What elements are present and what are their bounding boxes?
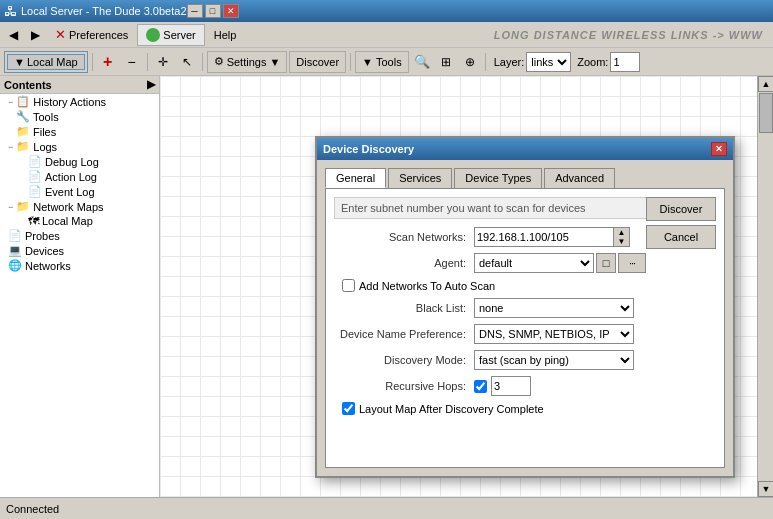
settings-button[interactable]: ⚙ Settings ▼ <box>207 51 288 73</box>
forward-button[interactable]: ▶ <box>24 24 46 46</box>
crosshair-button[interactable]: ✛ <box>152 51 174 73</box>
add-networks-label: Add Networks To Auto Scan <box>359 280 495 292</box>
recursive-hops-checkbox[interactable] <box>474 380 487 393</box>
networks-icon: 🌐 <box>8 259 22 272</box>
files-label: Files <box>33 126 56 138</box>
tab-advanced-label: Advanced <box>555 172 604 184</box>
help-menu[interactable]: Help <box>205 24 246 46</box>
recursive-hops-row: Recursive Hops: <box>334 376 716 396</box>
sidebar-item-tools[interactable]: 🔧 Tools <box>0 109 159 124</box>
contents-label: Contents <box>4 79 52 91</box>
sidebar-item-event-log[interactable]: 📄 Event Log <box>0 184 159 199</box>
agent-select[interactable]: default <box>474 253 594 273</box>
tab-general[interactable]: General <box>325 168 386 188</box>
search-button[interactable]: 🔍 <box>411 51 433 73</box>
agent-controls: default □ ··· <box>474 253 646 273</box>
tools-button[interactable]: ▼ Tools <box>355 51 409 73</box>
zoom-input[interactable] <box>610 52 640 72</box>
black-list-select[interactable]: none <box>474 298 634 318</box>
debug-log-label: Debug Log <box>45 156 99 168</box>
target-button[interactable]: ⊕ <box>459 51 481 73</box>
canvas-area: ▲ ▼ Device Discovery ✕ General <box>160 76 773 497</box>
preferences-menu[interactable]: ✕ Preferences <box>46 24 137 46</box>
main-area: Contents ▶ − 📋 History Actions 🔧 Tools 📁… <box>0 76 773 497</box>
sidebar-item-debug-log[interactable]: 📄 Debug Log <box>0 154 159 169</box>
back-button[interactable]: ◀ <box>2 24 24 46</box>
sidebar-header: Contents ▶ <box>0 76 159 94</box>
local-map-tab[interactable]: ▼ Local Map <box>7 54 85 70</box>
agent-clear-button[interactable]: □ <box>596 253 616 273</box>
preferences-label: Preferences <box>69 29 128 41</box>
layer-label: Layer: <box>494 56 525 68</box>
tools-tree-icon: 🔧 <box>16 110 30 123</box>
minimize-button[interactable]: ─ <box>187 4 203 18</box>
close-button[interactable]: ✕ <box>223 4 239 18</box>
sidebar-item-networks[interactable]: 🌐 Networks <box>0 258 159 273</box>
history-actions-label: History Actions <box>33 96 106 108</box>
sidebar-item-probes[interactable]: 📄 Probes <box>0 228 159 243</box>
cancel-btn-label: Cancel <box>664 231 698 243</box>
discover-button[interactable]: Discover <box>289 51 346 73</box>
tools-label: Tools <box>376 56 402 68</box>
network-maps-collapse-icon: − <box>8 202 13 212</box>
sidebar-item-local-map[interactable]: 🗺 Local Map <box>0 214 159 228</box>
sidebar-item-network-maps[interactable]: − 📁 Network Maps <box>0 199 159 214</box>
preferences-icon: ✕ <box>55 27 66 42</box>
dialog-title-bar: Device Discovery ✕ <box>317 138 733 160</box>
discovery-mode-row: Discovery Mode: fast (scan by ping) full <box>334 350 716 370</box>
grid-button[interactable]: ⊞ <box>435 51 457 73</box>
add-networks-checkbox[interactable] <box>342 279 355 292</box>
network-maps-label: Network Maps <box>33 201 103 213</box>
layout-map-checkbox[interactable] <box>342 402 355 415</box>
sidebar-item-devices[interactable]: 💻 Devices <box>0 243 159 258</box>
layer-select[interactable]: links all <box>526 52 571 72</box>
recursive-hops-input[interactable] <box>491 376 531 396</box>
toolbar: ▼ Local Map + − ✛ ↖ ⚙ Settings ▼ Discove… <box>0 48 773 76</box>
sidebar-expand-icon: ▶ <box>147 78 155 91</box>
tools-label-sidebar: Tools <box>33 111 59 123</box>
add-button[interactable]: + <box>97 51 119 73</box>
device-name-pref-select[interactable]: DNS, SNMP, NETBIOS, IP <box>474 324 634 344</box>
networks-label: Networks <box>25 260 71 272</box>
banner-text: LONG DISTANCE WIRELESS LINKS -> WWW <box>245 29 771 41</box>
black-list-label: Black List: <box>334 302 474 314</box>
device-discovery-dialog: Device Discovery ✕ General Services <box>315 136 735 478</box>
local-map-sidebar-label: Local Map <box>42 215 93 227</box>
sidebar-item-logs[interactable]: − 📁 Logs <box>0 139 159 154</box>
separator2 <box>147 53 148 71</box>
separator3 <box>202 53 203 71</box>
tab-device-types[interactable]: Device Types <box>454 168 542 188</box>
maximize-button[interactable]: □ <box>205 4 221 18</box>
discovery-mode-label: Discovery Mode: <box>334 354 474 366</box>
discovery-mode-select[interactable]: fast (scan by ping) full <box>474 350 634 370</box>
collapse-icon: − <box>8 97 13 107</box>
tab-services[interactable]: Services <box>388 168 452 188</box>
sidebar-item-action-log[interactable]: 📄 Action Log <box>0 169 159 184</box>
title-bar: 🖧 Local Server - The Dude 3.0beta2 ─ □ ✕ <box>0 0 773 22</box>
select-button[interactable]: ↖ <box>176 51 198 73</box>
event-icon: 📄 <box>28 185 42 198</box>
tab-device-types-label: Device Types <box>465 172 531 184</box>
sidebar-item-history-actions[interactable]: − 📋 History Actions <box>0 94 159 109</box>
separator1 <box>92 53 93 71</box>
dialog-close-button[interactable]: ✕ <box>711 142 727 156</box>
scan-networks-input[interactable] <box>474 227 614 247</box>
cancel-button[interactable]: Cancel <box>646 225 716 249</box>
server-menu[interactable]: Server <box>137 24 204 46</box>
history-icon: 📋 <box>16 95 30 108</box>
devices-label: Devices <box>25 245 64 257</box>
remove-button[interactable]: − <box>121 51 143 73</box>
local-map-label: Local Map <box>27 56 78 68</box>
probes-icon: 📄 <box>8 229 22 242</box>
app-title: Local Server - The Dude 3.0beta2 <box>21 5 187 17</box>
agent-label: Agent: <box>334 257 474 269</box>
discover-button[interactable]: Discover <box>646 197 716 221</box>
agent-more-button[interactable]: ··· <box>618 253 646 273</box>
local-map-sidebar-icon: 🗺 <box>28 215 39 227</box>
settings-icon: ⚙ <box>214 55 224 68</box>
sidebar-item-files[interactable]: 📁 Files <box>0 124 159 139</box>
tab-advanced[interactable]: Advanced <box>544 168 615 188</box>
app-icon: 🖧 <box>4 4 17 19</box>
dialog-title: Device Discovery <box>323 143 414 155</box>
scan-networks-spinup[interactable]: ▲▼ <box>614 227 630 247</box>
